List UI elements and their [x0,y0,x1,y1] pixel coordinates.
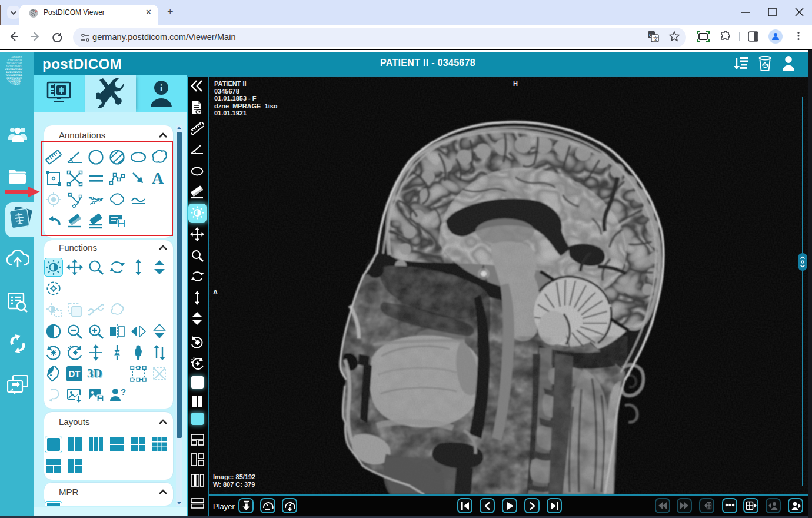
svg-text:文: 文 [653,36,658,42]
svg-text:i: i [160,82,163,94]
svg-text:10110100: 10110100 [6,82,20,85]
svg-text:?: ? [121,387,126,397]
